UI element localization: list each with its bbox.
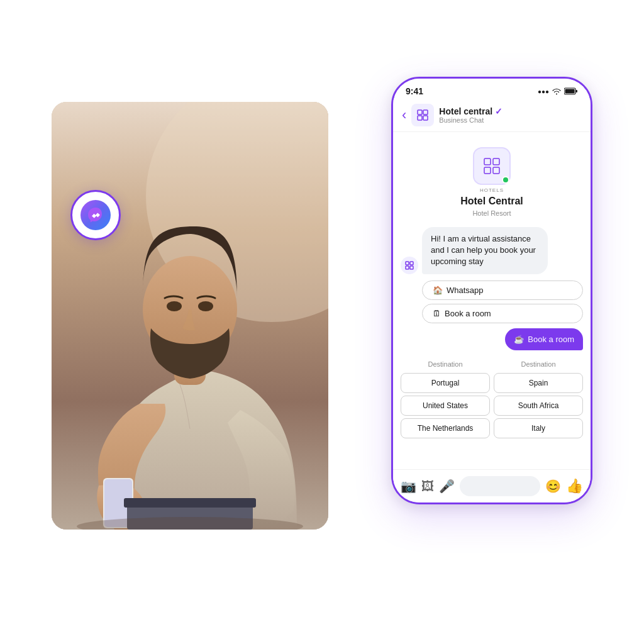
status-icons: ●●●	[538, 87, 578, 95]
svg-rect-18	[423, 116, 428, 120]
messenger-badge	[70, 190, 121, 240]
hotel-header-icon	[411, 104, 434, 126]
dest-netherlands[interactable]: The Netherlands	[401, 418, 490, 438]
dest-col1-header: Destination	[401, 358, 490, 370]
chat-header-info: Hotel central ✓ Business Chat	[439, 106, 582, 124]
quick-replies: 🏠 Whatsapp 🗓 Book a room	[422, 280, 583, 323]
dest-spain[interactable]: Spain	[494, 373, 583, 393]
destination-col-2: Destination Spain South Africa Italy	[494, 358, 583, 438]
whatsapp-icon: 🏠	[433, 286, 443, 295]
bot-message-bubble: Hi! I am a virtual assistance and I can …	[422, 227, 548, 274]
emoji-button[interactable]: 😊	[545, 479, 561, 494]
svg-rect-26	[410, 266, 413, 269]
bot-avatar	[401, 257, 418, 274]
dest-south-africa[interactable]: South Africa	[494, 396, 583, 416]
person-photo	[52, 102, 328, 530]
chat-subtitle: Business Chat	[439, 116, 582, 124]
wifi-icon	[552, 87, 562, 95]
scene: 9:41 ●●● ‹	[39, 52, 605, 592]
chat-header: ‹ Hotel central ✓ Business Chat	[393, 99, 591, 132]
dest-united-states[interactable]: United States	[401, 396, 490, 416]
hotel-logo-wrap	[473, 147, 511, 185]
dest-col2-header: Destination	[494, 358, 583, 370]
svg-rect-22	[493, 167, 499, 174]
camera-button[interactable]: 📷	[401, 479, 416, 494]
user-reply-text: Book a room	[528, 335, 574, 344]
svg-rect-20	[493, 158, 499, 165]
chat-business-name: Hotel central ✓	[439, 106, 582, 116]
quick-reply-book[interactable]: 🗓 Book a room	[422, 304, 583, 323]
user-reply-icon: ☕	[514, 335, 524, 344]
quick-reply-whatsapp[interactable]: 🏠 Whatsapp	[422, 280, 583, 300]
book-icon: 🗓	[433, 309, 441, 318]
svg-rect-13	[576, 90, 578, 92]
bot-message-text: Hi! I am a virtual assistance and I can …	[431, 234, 536, 266]
svg-rect-15	[418, 110, 422, 114]
back-button[interactable]: ‹	[402, 107, 406, 123]
svg-rect-9	[124, 498, 256, 508]
dest-italy[interactable]: Italy	[494, 418, 583, 438]
destination-col-1: Destination Portugal United States The N…	[401, 358, 490, 438]
phone-frame: 9:41 ●●● ‹	[391, 77, 592, 504]
svg-rect-16	[423, 110, 428, 114]
svg-rect-21	[484, 167, 491, 174]
battery-icon	[564, 87, 578, 95]
image-button[interactable]: 🖼	[421, 479, 434, 494]
svg-rect-17	[418, 116, 422, 120]
like-button[interactable]: 👍	[566, 478, 583, 494]
user-message-row: ☕ Book a room	[401, 328, 583, 350]
hotel-profile: HOTELS Hotel Central Hotel Resort	[401, 140, 583, 222]
svg-rect-25	[406, 266, 409, 269]
user-message-bubble: ☕ Book a room	[505, 328, 583, 350]
signal-icon: ●●●	[538, 88, 549, 95]
hotel-label: HOTELS	[480, 187, 504, 193]
mic-button[interactable]: 🎤	[439, 479, 455, 494]
hotel-name: Hotel Central	[460, 196, 523, 207]
online-indicator	[502, 176, 509, 184]
message-input[interactable]	[460, 476, 540, 496]
bot-message-row: Hi! I am a virtual assistance and I can …	[401, 227, 583, 274]
chat-bottom-bar: 📷 🖼 🎤 😊 👍	[393, 469, 591, 502]
chat-body: HOTELS Hotel Central Hotel Resort Hi! I …	[393, 132, 591, 469]
svg-point-4	[167, 301, 182, 311]
phone-notch	[460, 79, 523, 92]
svg-rect-19	[484, 158, 491, 165]
hotel-type: Hotel Resort	[472, 209, 511, 217]
dest-portugal[interactable]: Portugal	[401, 373, 490, 393]
destination-grid: Destination Portugal United States The N…	[401, 358, 583, 438]
photo-card	[52, 102, 328, 530]
verified-icon: ✓	[495, 106, 502, 116]
messenger-icon	[80, 200, 111, 230]
svg-rect-14	[565, 89, 575, 94]
svg-rect-24	[410, 262, 413, 265]
svg-rect-23	[406, 262, 409, 265]
status-time: 9:41	[406, 86, 423, 96]
svg-point-5	[198, 301, 213, 311]
